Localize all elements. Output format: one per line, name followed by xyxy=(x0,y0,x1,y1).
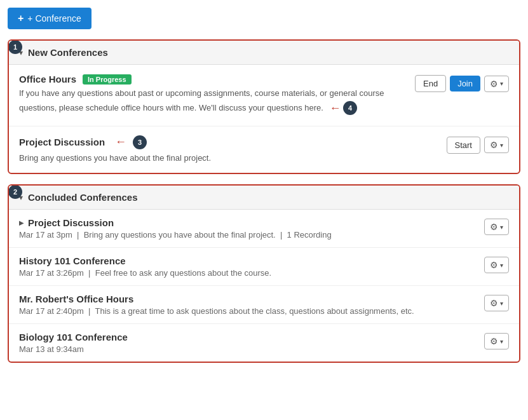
add-conference-button[interactable]: + + Conference xyxy=(8,8,91,29)
concluded-conferences-header: ▾ Concluded Conferences xyxy=(9,186,519,210)
biology-101-meta: Mar 13 at 9:34am xyxy=(19,344,474,354)
new-conferences-title: New Conferences xyxy=(28,47,108,58)
office-hours-gear-button[interactable]: ⚙ ▾ xyxy=(484,76,509,92)
biology-101-content: Biology 101 Conference Mar 13 at 9:34am xyxy=(19,332,484,354)
start-button[interactable]: Start xyxy=(447,137,480,154)
project-discussion-new-description: Bring any questions you have about the f… xyxy=(19,152,437,165)
history-101-title: History 101 Conference xyxy=(19,255,126,266)
caret-down-icon: ▾ xyxy=(500,224,503,231)
mr-roberts-gear-button[interactable]: ⚙ ▾ xyxy=(484,295,509,311)
project-discussion-concluded-meta: Mar 17 at 3pm | Bring any questions you … xyxy=(19,230,474,240)
project-discussion-concluded-actions: ⚙ ▾ xyxy=(484,217,509,235)
caret-down-icon: ▾ xyxy=(500,262,503,269)
mr-roberts-meta: Mar 17 at 2:40pm | This is a great time … xyxy=(19,306,474,316)
history-101-item: History 101 Conference Mar 17 at 3:26pm … xyxy=(9,248,519,286)
gear-icon: ⚙ xyxy=(490,298,498,308)
caret-down-icon: ▾ xyxy=(500,80,503,87)
mr-roberts-title: Mr. Robert's Office Hours xyxy=(19,294,133,304)
concluded-conferences-title: Concluded Conferences xyxy=(28,192,138,203)
office-hours-title-row: Office Hours In Progress xyxy=(19,74,405,85)
office-hours-description: If you have any questions about past or … xyxy=(19,87,405,117)
project-discussion-new-actions: Start ⚙ ▾ xyxy=(447,135,509,154)
project-discussion-concluded-title-row: ▶ Project Discussion xyxy=(19,217,474,228)
mr-roberts-content: Mr. Robert's Office Hours Mar 17 at 2:40… xyxy=(19,294,484,316)
conference-button-label: + Conference xyxy=(27,13,81,24)
mr-roberts-actions: ⚙ ▾ xyxy=(484,294,509,311)
gear-icon: ⚙ xyxy=(490,260,498,270)
in-progress-badge: In Progress xyxy=(83,74,132,85)
biology-101-actions: ⚙ ▾ xyxy=(484,332,509,349)
office-hours-actions: End Join ⚙ ▾ xyxy=(415,74,509,92)
project-discussion-new-content: Project Discussion ← 3 Bring any questio… xyxy=(19,135,447,165)
office-hours-content: Office Hours In Progress If you have any… xyxy=(19,74,415,117)
office-hours-title: Office Hours xyxy=(19,74,76,85)
office-hours-item: Office Hours In Progress If you have any… xyxy=(9,65,519,126)
annotation-arrow-3: ← xyxy=(115,135,126,149)
biology-101-item: Biology 101 Conference Mar 13 at 9:34am … xyxy=(9,324,519,362)
new-conferences-section: 1 ▾ New Conferences Office Hours In Prog… xyxy=(8,39,520,174)
project-discussion-new-gear-button[interactable]: ⚙ ▾ xyxy=(484,137,509,153)
gear-icon: ⚙ xyxy=(490,140,498,150)
annotation-number-3: 3 xyxy=(133,135,147,149)
project-discussion-new-title: Project Discussion xyxy=(19,137,105,147)
plus-icon: + xyxy=(18,13,24,24)
join-button[interactable]: Join xyxy=(450,76,480,91)
gear-icon: ⚙ xyxy=(490,79,498,89)
concluded-conferences-section: 2 ▾ Concluded Conferences ▶ Project Disc… xyxy=(8,184,520,363)
section-number-2: 2 xyxy=(8,185,22,199)
history-101-meta: Mar 17 at 3:26pm | Feel free to ask any … xyxy=(19,268,474,278)
triangle-right-icon[interactable]: ▶ xyxy=(19,219,24,226)
mr-roberts-title-row: Mr. Robert's Office Hours xyxy=(19,294,474,304)
new-conferences-header: ▾ New Conferences xyxy=(9,41,519,65)
project-discussion-new-item: Project Discussion ← 3 Bring any questio… xyxy=(9,126,519,173)
project-discussion-title-row: Project Discussion ← 3 xyxy=(19,135,437,149)
caret-down-icon: ▾ xyxy=(500,142,503,149)
gear-icon: ⚙ xyxy=(490,222,498,232)
history-101-gear-button[interactable]: ⚙ ▾ xyxy=(484,257,509,273)
biology-101-title: Biology 101 Conference xyxy=(19,332,128,342)
project-discussion-concluded-content: ▶ Project Discussion Mar 17 at 3pm | Bri… xyxy=(19,217,484,240)
mr-roberts-item: Mr. Robert's Office Hours Mar 17 at 2:40… xyxy=(9,286,519,324)
top-bar: + + Conference xyxy=(8,8,520,29)
section-number-1: 1 xyxy=(8,40,22,54)
biology-101-gear-button[interactable]: ⚙ ▾ xyxy=(484,333,509,349)
history-101-title-row: History 101 Conference xyxy=(19,255,474,266)
biology-101-title-row: Biology 101 Conference xyxy=(19,332,474,342)
history-101-content: History 101 Conference Mar 17 at 3:26pm … xyxy=(19,255,484,278)
end-button[interactable]: End xyxy=(415,75,446,92)
history-101-actions: ⚙ ▾ xyxy=(484,255,509,273)
annotation-arrow-4: ← xyxy=(330,100,341,117)
project-discussion-concluded-title: Project Discussion xyxy=(28,217,114,228)
project-discussion-concluded-gear-button[interactable]: ⚙ ▾ xyxy=(484,219,509,235)
gear-icon: ⚙ xyxy=(490,336,498,346)
caret-down-icon: ▾ xyxy=(500,338,503,345)
project-discussion-concluded-item: ▶ Project Discussion Mar 17 at 3pm | Bri… xyxy=(9,210,519,248)
annotation-number-4: 4 xyxy=(343,101,357,115)
caret-down-icon: ▾ xyxy=(500,300,503,307)
